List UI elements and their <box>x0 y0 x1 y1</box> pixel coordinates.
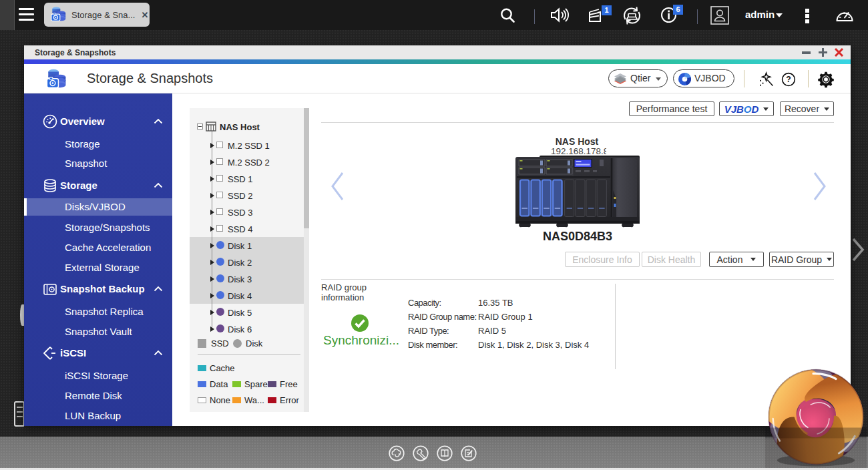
svg-text:?: ? <box>786 75 791 84</box>
